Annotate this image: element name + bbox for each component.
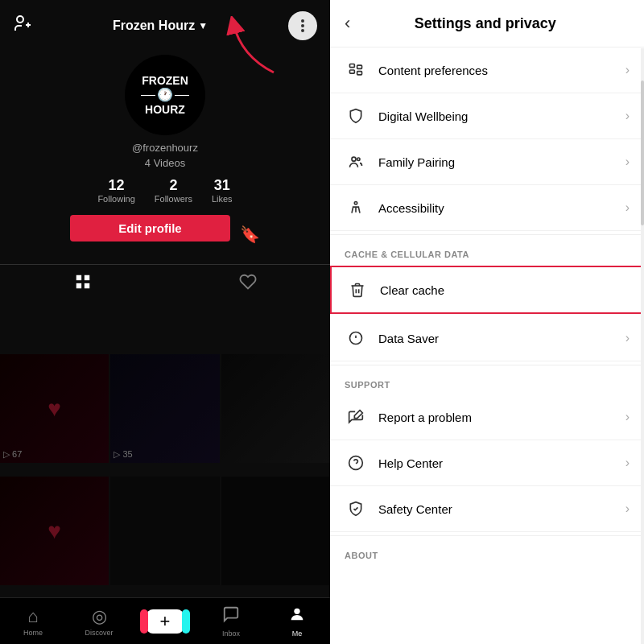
logo-hourz: Hourz	[141, 103, 189, 117]
following-value: 12	[109, 177, 125, 194]
create-button[interactable]: +	[147, 609, 184, 634]
back-button[interactable]: ‹	[345, 13, 350, 34]
safety-center-label: Safety Center	[378, 502, 625, 516]
help-icon	[345, 452, 367, 474]
data-saver-chevron: ›	[625, 331, 630, 345]
accessibility-label: Accessibility	[378, 201, 625, 215]
svg-rect-7	[350, 64, 355, 68]
report-problem-label: Report a problem	[378, 411, 625, 424]
followers-value: 2	[169, 177, 177, 194]
edit-profile-button[interactable]: Edit profile	[70, 215, 229, 242]
settings-data-saver[interactable]: Data Saver ›	[330, 316, 644, 361]
trash-icon	[346, 279, 369, 301]
discover-label: Discover	[85, 629, 113, 637]
home-icon: ⌂	[27, 606, 38, 627]
add-user-icon[interactable]	[13, 14, 32, 38]
stats-row: 12 Following 2 Followers 31 Likes	[97, 177, 232, 204]
inbox-icon	[222, 605, 240, 628]
likes-label: Likes	[212, 194, 233, 204]
family-pairing-icon	[345, 151, 367, 173]
settings-accessibility[interactable]: Accessibility ›	[330, 185, 644, 231]
accessibility-icon	[345, 196, 367, 219]
settings-scroll-area[interactable]: Content preferences › Digital Wellbeing …	[330, 47, 644, 644]
videos-tab[interactable]	[0, 265, 165, 299]
following-stat: 12 Following	[97, 177, 134, 204]
svg-point-11	[352, 157, 356, 161]
settings-help-center[interactable]: Help Center ›	[330, 440, 644, 486]
settings-title: Settings and privacy	[360, 15, 610, 32]
clear-cache-label: Clear cache	[380, 283, 628, 297]
logo-frozen: Frozen	[141, 74, 189, 88]
accessibility-chevron: ›	[625, 200, 630, 215]
me-icon	[288, 605, 306, 628]
settings-panel: ‹ Settings and privacy Content preferenc…	[330, 0, 644, 644]
settings-family-pairing[interactable]: Family Pairing ›	[330, 139, 644, 185]
following-label: Following	[97, 194, 134, 204]
followers-label: Followers	[155, 194, 192, 204]
svg-rect-8	[350, 70, 355, 73]
bookmark-icon[interactable]: 🔖	[240, 225, 260, 244]
home-label: Home	[23, 629, 43, 637]
settings-content-preferences[interactable]: Content preferences ›	[330, 47, 644, 93]
inbox-label: Inbox	[222, 630, 240, 638]
settings-digital-wellbeing[interactable]: Digital Wellbeing ›	[330, 93, 644, 139]
content-preferences-chevron: ›	[625, 63, 630, 77]
svg-rect-3	[84, 275, 89, 280]
safety-icon	[345, 497, 367, 520]
data-saver-icon	[345, 327, 367, 349]
help-chevron: ›	[625, 456, 630, 470]
help-center-label: Help Center	[378, 456, 625, 470]
divider-3	[330, 535, 644, 536]
digital-wellbeing-icon	[345, 105, 367, 127]
logo-clock-icon: 🕐	[157, 87, 173, 102]
settings-report-problem[interactable]: Report a problem ›	[330, 394, 644, 440]
digital-wellbeing-chevron: ›	[625, 109, 630, 123]
safety-chevron: ›	[625, 502, 630, 516]
profile-tabs	[0, 264, 330, 299]
more-options-button[interactable]	[288, 11, 317, 40]
divider-2	[330, 365, 644, 365]
svg-point-13	[354, 202, 357, 204]
content-preferences-label: Content preferences	[378, 64, 625, 77]
report-icon	[345, 406, 367, 428]
cache-section-header: CACHE & CELLULAR DATA	[330, 238, 644, 264]
me-label: Me	[292, 630, 303, 638]
likes-stat: 31 Likes	[212, 177, 233, 204]
data-saver-label: Data Saver	[378, 332, 625, 345]
svg-point-0	[17, 16, 23, 23]
svg-rect-2	[76, 275, 80, 280]
svg-rect-5	[84, 283, 89, 288]
arrow-indicator	[225, 16, 290, 84]
logo-hourz-row: 🕐	[141, 87, 189, 102]
plus-icon: +	[160, 611, 171, 632]
profile-logo: Frozen 🕐 Hourz	[125, 55, 205, 135]
family-pairing-chevron: ›	[625, 155, 630, 169]
discover-icon: ◎	[92, 606, 107, 627]
about-section-header: ABOUT	[330, 539, 644, 565]
svg-rect-10	[357, 72, 362, 75]
report-chevron: ›	[625, 410, 630, 424]
nav-discover[interactable]: ◎ Discover	[66, 606, 132, 637]
nav-me[interactable]: Me	[264, 605, 330, 638]
liked-tab[interactable]	[165, 265, 330, 299]
profile-handle: @frozenhourz	[132, 142, 198, 154]
nav-home[interactable]: ⌂ Home	[0, 606, 66, 637]
three-dots-icon	[301, 19, 304, 32]
nav-inbox[interactable]: Inbox	[198, 605, 264, 638]
settings-clear-cache[interactable]: Clear cache	[330, 266, 644, 314]
followers-stat: 2 Followers	[155, 177, 192, 204]
likes-value: 31	[214, 177, 230, 194]
family-pairing-label: Family Pairing	[378, 155, 625, 169]
scrollbar-track	[641, 48, 644, 644]
support-section-header: SUPPORT	[330, 369, 644, 394]
divider-1	[330, 234, 644, 235]
settings-safety-center[interactable]: Safety Center ›	[330, 486, 644, 532]
svg-rect-4	[76, 283, 80, 288]
username-header: Frozen Hourz ▼	[113, 19, 208, 33]
nav-create[interactable]: +	[132, 609, 198, 634]
red-arrow-icon	[225, 16, 290, 80]
content-preferences-icon	[345, 59, 367, 81]
digital-wellbeing-label: Digital Wellbeing	[378, 109, 625, 123]
scrollbar-thumb	[641, 80, 644, 225]
svg-point-12	[357, 158, 360, 160]
